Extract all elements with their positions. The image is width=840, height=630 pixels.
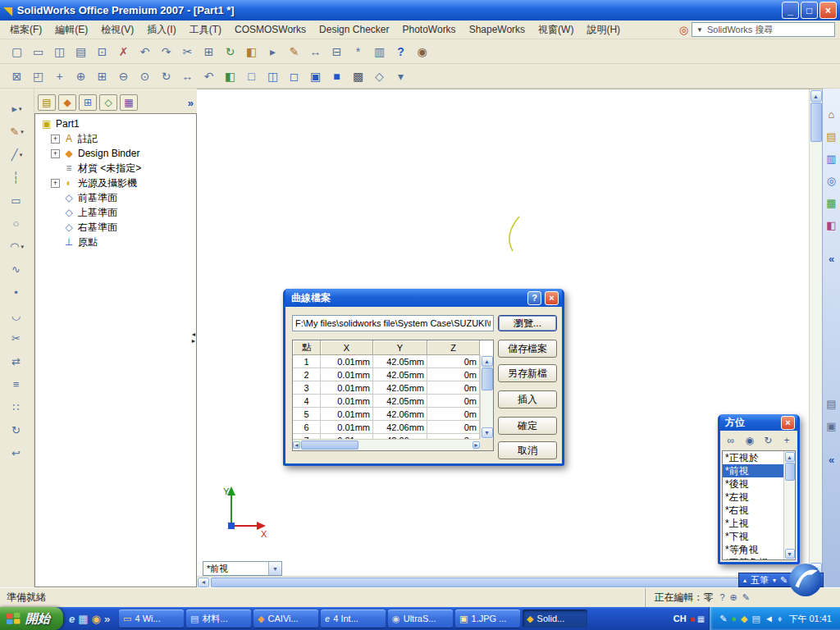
z-value-cell[interactable]: 0m: [427, 408, 480, 421]
trim-tool-icon[interactable]: ✂: [4, 330, 30, 347]
orientation-view-item[interactable]: *右視: [723, 504, 783, 517]
orientation-view-item[interactable]: *左視: [723, 491, 783, 504]
table-row[interactable]: 3 0.01mm 42.05mm 0m: [293, 381, 480, 395]
task-internet-group[interactable]: e 4 Int...: [321, 609, 386, 628]
table-horizontal-scrollbar[interactable]: ◄ ►: [293, 439, 480, 450]
expand-toggle[interactable]: +: [51, 149, 60, 158]
view-orientation-icon[interactable]: ▾: [390, 66, 411, 86]
table-row[interactable]: 6 0.01mm 42.06mm 0m: [293, 421, 480, 434]
zoom-selected-icon[interactable]: ⊙: [135, 66, 155, 86]
sketch-curve[interactable]: [492, 214, 525, 253]
exit-sketch-icon[interactable]: ↩: [4, 445, 30, 462]
scroll-up-icon[interactable]: ▲: [482, 356, 493, 367]
point-number-cell[interactable]: 6: [293, 421, 321, 434]
view-palette-icon[interactable]: ▦: [826, 197, 836, 209]
menu-item[interactable]: ShapeWorks: [463, 21, 532, 38]
tab-display-pane[interactable]: ▦: [120, 94, 138, 111]
tree-item[interactable]: ◇ 右基準面: [39, 220, 196, 235]
options-icon[interactable]: *: [348, 42, 368, 62]
dimension-icon[interactable]: ↔: [305, 42, 326, 62]
y-value-cell[interactable]: 42.05mm: [373, 368, 427, 381]
show-desktop-icon[interactable]: ▦: [78, 613, 88, 625]
tray-pen-icon[interactable]: ✎: [719, 614, 727, 624]
centerline-tool-icon[interactable]: ┆: [4, 169, 30, 186]
new-icon[interactable]: ▢: [7, 42, 27, 62]
x-value-cell[interactable]: 0.01mm: [321, 408, 373, 421]
table-row[interactable]: 1 0.01mm 42.05mm 0m: [293, 355, 480, 368]
point-number-cell[interactable]: 5: [293, 408, 321, 421]
cut-icon[interactable]: ✂: [177, 42, 198, 62]
search-input[interactable]: ▼ SolidWorks 搜尋: [692, 22, 835, 37]
perspective-icon[interactable]: ◇: [369, 66, 390, 86]
dialog-close-button[interactable]: ×: [545, 291, 559, 305]
task-caivi[interactable]: ◆ CAIVi...: [253, 609, 318, 628]
panel-splitter[interactable]: ◄►: [190, 327, 197, 349]
orientation-view-item[interactable]: *下視: [723, 530, 783, 543]
delete-icon[interactable]: ✗: [113, 42, 134, 62]
task-windows-group[interactable]: ▭ 4 Wi...: [119, 609, 184, 628]
y-value-cell[interactable]: 42.06mm: [373, 421, 427, 434]
redo-icon[interactable]: ↷: [156, 42, 176, 62]
revolve-tool-icon[interactable]: ↻: [4, 422, 30, 439]
sketch-icon[interactable]: ✎: [284, 42, 304, 62]
menu-item[interactable]: 視窗(W): [532, 21, 580, 39]
copy-icon[interactable]: ⊞: [199, 42, 219, 62]
task-material-doc[interactable]: ▤ 材料...: [186, 609, 251, 628]
search-icon[interactable]: ◎: [827, 175, 836, 187]
scrollbar-thumb[interactable]: [482, 368, 493, 390]
menu-item[interactable]: 插入(I): [140, 21, 182, 39]
quick-tips-icon[interactable]: ?: [719, 592, 724, 603]
z-value-cell[interactable]: 0m: [427, 368, 480, 381]
pan-view-icon[interactable]: ↔: [177, 66, 198, 86]
horizontal-scrollbar[interactable]: ◄ ►: [197, 576, 809, 587]
point-number-cell[interactable]: 3: [293, 381, 321, 395]
y-value-cell[interactable]: 42.05mm: [373, 381, 427, 395]
viewport-icon[interactable]: ◰: [28, 66, 48, 86]
quicklaunch-overflow-icon[interactable]: »: [104, 613, 110, 625]
toolbox-icon[interactable]: ▥: [369, 42, 390, 62]
menu-item[interactable]: 說明(H): [580, 21, 627, 39]
media-player-icon[interactable]: ◉: [92, 613, 101, 625]
table-row[interactable]: 4 0.01mm 42.05mm 0m: [293, 395, 480, 408]
ime-up-icon[interactable]: ▴: [743, 577, 746, 584]
scrollbar-thumb[interactable]: [810, 103, 822, 142]
orientation-view-item[interactable]: *上視: [723, 517, 783, 530]
view-orientation-combo[interactable]: *前視 ▼: [203, 561, 282, 576]
expand-toggle[interactable]: +: [51, 135, 60, 144]
select-arrow-icon[interactable]: ▸: [262, 42, 283, 62]
search-dropdown-icon[interactable]: ▼: [696, 26, 703, 34]
design-table-icon[interactable]: ⊟: [326, 42, 347, 62]
orientation-close-button[interactable]: ×: [781, 416, 795, 430]
vertical-scrollbar[interactable]: ▲ ▼: [809, 89, 822, 576]
tab-configuration-manager[interactable]: ⊞: [79, 94, 97, 111]
tree-item[interactable]: ◇ 上基準面: [39, 205, 196, 220]
tree-item[interactable]: + ◐ 光源及攝影機: [39, 176, 196, 190]
minimize-button[interactable]: _: [782, 2, 799, 19]
scroll-up-icon[interactable]: ▲: [785, 452, 795, 462]
cancel-button[interactable]: 取消: [498, 441, 557, 459]
menu-item[interactable]: 工具(T): [183, 21, 228, 39]
y-value-cell[interactable]: 42.06mm: [373, 408, 427, 421]
close-button[interactable]: ×: [819, 2, 837, 19]
ime-pen-icon[interactable]: ✎: [780, 575, 788, 586]
combo-dropdown-icon[interactable]: ▼: [268, 562, 281, 575]
tree-item[interactable]: + ◆ Design Binder: [39, 146, 196, 161]
y-value-cell[interactable]: 42.05mm: [373, 395, 427, 408]
help-icon[interactable]: ?: [390, 42, 411, 62]
column-header[interactable]: Y: [373, 340, 427, 355]
wireframe-icon[interactable]: □: [241, 66, 262, 86]
hidden-lines-removed-icon[interactable]: ◻: [284, 66, 304, 86]
document-recovery-icon[interactable]: ▣: [826, 420, 836, 432]
x-value-cell[interactable]: 0.01mm: [321, 355, 373, 368]
rebuild-icon[interactable]: ↻: [220, 42, 240, 62]
shaded-with-edges-icon[interactable]: ▣: [305, 66, 326, 86]
x-value-cell[interactable]: 0.01mm: [321, 368, 373, 381]
orientation-view-item[interactable]: *正視於: [723, 451, 783, 464]
tree-item[interactable]: + A 註記: [39, 131, 196, 146]
table-row[interactable]: 5 0.01mm 42.06mm 0m: [293, 408, 480, 421]
tray-volume-icon[interactable]: ◄: [765, 614, 774, 623]
point-tool-icon[interactable]: •: [4, 284, 30, 301]
menu-item[interactable]: COSMOSWorks: [228, 21, 313, 38]
tree-item[interactable]: ⊥ 原點: [39, 235, 196, 249]
ime-mode-icon[interactable]: ■: [690, 614, 695, 623]
